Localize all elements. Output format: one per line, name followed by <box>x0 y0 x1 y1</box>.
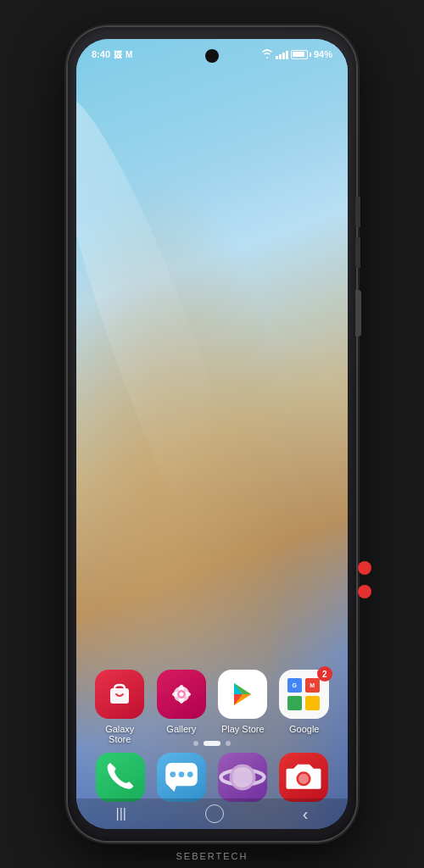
page-dot-0 <box>193 741 198 746</box>
status-bar: 8:40 🖼 M <box>76 44 348 64</box>
galaxy-store-icon <box>95 670 144 719</box>
volume-up-button[interactable] <box>355 197 360 227</box>
play-store-label: Play Store <box>221 724 265 734</box>
sim-status-icon: M <box>126 50 132 59</box>
page-dot-1 <box>204 741 220 746</box>
home-button[interactable] <box>205 804 224 823</box>
messages-icon <box>157 753 206 802</box>
back-button[interactable]: ‹ <box>303 804 309 824</box>
internet-icon <box>218 753 267 802</box>
app-grid: Galaxy Store <box>76 670 348 744</box>
page-dot-2 <box>226 741 231 746</box>
svg-point-18 <box>232 767 253 787</box>
power-button[interactable] <box>355 290 361 337</box>
app-google[interactable]: G M 2 Google <box>278 670 332 744</box>
page-indicators <box>76 741 348 746</box>
branding-text: SEBERTECH <box>68 851 356 861</box>
power-indicator-2 <box>358 585 371 598</box>
volume-down-button[interactable] <box>355 237 360 268</box>
gallery-label: Gallery <box>166 724 196 734</box>
recent-apps-button[interactable]: ||| <box>115 806 126 821</box>
svg-point-13 <box>179 771 185 777</box>
svg-point-12 <box>170 771 176 777</box>
battery-icon <box>291 50 311 59</box>
camera-icon <box>279 753 328 802</box>
app-gallery[interactable]: Gallery <box>155 670 209 744</box>
gallery-icon <box>157 670 206 719</box>
app-galaxy-store[interactable]: Galaxy Store <box>93 670 147 744</box>
power-indicator-1 <box>358 561 371 575</box>
app-play-store[interactable]: Play Store <box>216 670 270 744</box>
google-label: Google <box>289 724 319 734</box>
play-store-icon <box>218 670 267 719</box>
time-display: 8:40 <box>92 49 110 59</box>
wifi-icon <box>261 49 273 60</box>
gallery-status-icon: 🖼 <box>114 50 122 59</box>
phone-icon <box>96 753 145 802</box>
google-badge: 2 <box>317 666 332 682</box>
battery-percent: 94% <box>314 49 332 59</box>
signal-icon <box>276 49 288 59</box>
phone-frame: 8:40 🖼 M <box>68 27 356 841</box>
phone-screen: 8:40 🖼 M <box>76 39 348 829</box>
svg-point-10 <box>179 693 183 697</box>
google-icon: G M 2 <box>280 670 329 719</box>
svg-point-20 <box>298 774 309 784</box>
svg-point-14 <box>187 771 193 777</box>
navigation-bar: ||| ‹ <box>76 798 348 829</box>
